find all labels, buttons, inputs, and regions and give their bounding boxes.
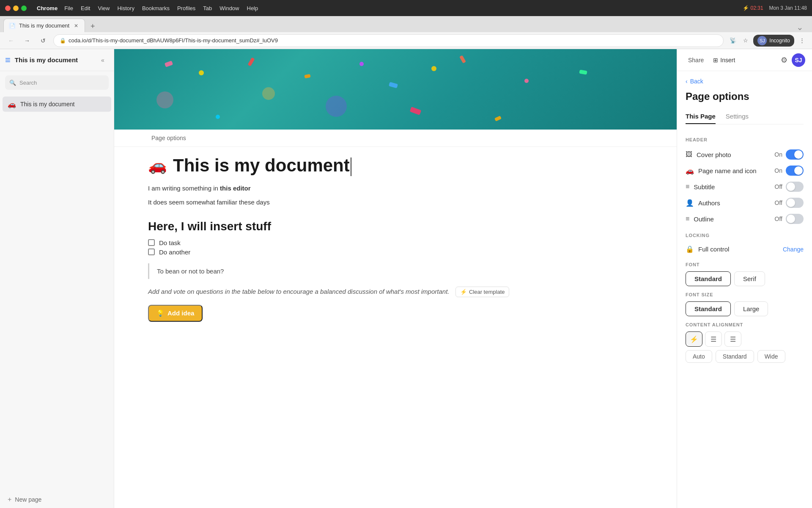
refresh-button[interactable]: ↺ — [37, 35, 49, 47]
font-btn-group: Standard Serif — [686, 271, 804, 286]
browser-tab[interactable]: 📄 This is my document ✕ — [3, 19, 85, 32]
address-input[interactable]: 🔒 coda.io/d/This-is-my-document_dBhAUW8p… — [53, 34, 724, 47]
toggle-knob — [794, 166, 803, 175]
menu-help[interactable]: Help — [247, 5, 258, 11]
authors-toggle[interactable] — [786, 198, 804, 208]
panel-body: HEADER 🖼 Cover photo On 🚗 Page — [677, 124, 812, 508]
sidebar-header: ≡ This is my document « — [0, 49, 114, 71]
page-name-row: 🚗 Page name and icon On — [686, 163, 804, 179]
cover-photo-left: 🖼 Cover photo — [686, 151, 731, 158]
doc-title[interactable]: This is my document — [173, 155, 351, 176]
bookmark-star-icon[interactable]: ☆ — [741, 36, 751, 46]
search-box[interactable]: 🔍 Search — [5, 75, 109, 90]
cover-photo-icon: 🖼 — [686, 151, 692, 158]
cast-icon[interactable]: 📡 — [728, 36, 738, 46]
more-icon[interactable]: ⋮ — [797, 36, 807, 46]
locking-section-label: LOCKING — [686, 233, 804, 238]
address-bar: ← → ↺ 🔒 coda.io/d/This-is-my-document_dB… — [0, 32, 812, 49]
insert-icon: ⊞ — [713, 57, 718, 64]
user-avatar[interactable]: SJ — [792, 53, 805, 67]
menu-profiles[interactable]: Profiles — [177, 5, 195, 11]
outline-right: Off — [775, 214, 804, 224]
confetti-piece — [248, 57, 255, 66]
font-serif-button[interactable]: Serif — [734, 271, 765, 286]
authors-icon: 👤 — [686, 199, 694, 207]
tab-favicon: 📄 — [9, 22, 16, 29]
sidebar-item-document[interactable]: 🚗 This is my document — [3, 97, 111, 112]
confetti-piece — [165, 61, 173, 67]
add-idea-button[interactable]: 💡 Add idea — [148, 305, 203, 322]
minimize-button[interactable] — [13, 6, 19, 11]
new-tab-button[interactable]: + — [87, 20, 99, 32]
menu-tab[interactable]: Tab — [203, 5, 212, 11]
authors-value: Off — [775, 199, 782, 206]
plus-icon: + — [8, 496, 11, 503]
insert-button[interactable]: ⊞ Insert — [713, 57, 735, 64]
panel-title: Page options — [686, 91, 804, 102]
menu-bookmarks[interactable]: Bookmarks — [142, 5, 170, 11]
url-text: coda.io/d/This-is-my-document_dBhAUW8p6F… — [69, 37, 278, 44]
doc-emoji: 🚗 — [148, 157, 167, 174]
checkbox-1[interactable] — [148, 239, 155, 246]
subtitle-left: ≡ Subtitle — [686, 183, 715, 190]
outline-toggle[interactable] — [786, 214, 804, 224]
cover-photo — [114, 49, 677, 130]
width-wide-button[interactable]: Wide — [757, 350, 785, 363]
menu-view[interactable]: View — [98, 5, 110, 11]
align-lightning-button[interactable]: ⚡ — [686, 331, 702, 347]
menu-chrome[interactable]: Chrome — [37, 5, 58, 11]
new-page-button[interactable]: + New page — [3, 492, 111, 507]
font-standard-button[interactable]: Standard — [686, 271, 731, 286]
width-auto-button[interactable]: Auto — [686, 350, 712, 363]
share-button[interactable]: Share — [684, 55, 708, 66]
doc-body-line2: It does seem somewhat familiar these day… — [148, 197, 643, 208]
tab-close-button[interactable]: ✕ — [73, 22, 80, 29]
align-center-button[interactable]: ☰ — [705, 331, 722, 347]
clear-template-button[interactable]: ⚡ Clear template — [455, 287, 510, 297]
cover-photo-row: 🖼 Cover photo On — [686, 146, 804, 163]
tab-list-icon[interactable]: ⌄ — [796, 22, 804, 32]
page-options-link[interactable]: Page options — [148, 133, 189, 143]
incognito-avatar: SJ — [757, 36, 767, 45]
page-item-label: This is my document — [20, 101, 74, 108]
font-size-standard-button[interactable]: Standard — [686, 301, 731, 316]
menu-history[interactable]: History — [117, 5, 134, 11]
back-button[interactable]: ‹ Back — [686, 78, 804, 85]
confetti-piece — [579, 70, 587, 75]
tab-this-page[interactable]: This Page — [686, 109, 716, 124]
search-icon: 🔍 — [9, 80, 16, 86]
right-panel: Share ⊞ Insert ⚙ SJ ‹ Back Page options … — [677, 49, 812, 508]
fullscreen-button[interactable] — [21, 6, 27, 11]
tab-settings[interactable]: Settings — [726, 109, 749, 124]
close-button[interactable] — [5, 6, 11, 11]
subtitle-icon: ≡ — [686, 183, 689, 190]
cover-photo-value: On — [774, 151, 782, 158]
subtitle-toggle[interactable] — [786, 182, 804, 192]
confetti-piece — [459, 55, 466, 64]
menu-window[interactable]: Window — [219, 5, 239, 11]
width-standard-button[interactable]: Standard — [716, 350, 754, 363]
sidebar-collapse-button[interactable]: « — [97, 54, 109, 66]
page-name-toggle[interactable] — [786, 166, 804, 176]
incognito-button[interactable]: SJ Incognito — [753, 35, 794, 47]
idea-icon: 💡 — [156, 309, 165, 317]
checkbox-2[interactable] — [148, 248, 155, 255]
cover-photo-toggle[interactable] — [786, 149, 804, 160]
confetti-piece — [524, 79, 529, 83]
todo-item-2[interactable]: Do another — [148, 248, 643, 256]
align-wide-button[interactable]: ☰ — [724, 331, 741, 347]
back-button[interactable]: ← — [5, 35, 17, 47]
settings-icon[interactable]: ⚙ — [781, 55, 787, 65]
confetti-piece — [431, 66, 436, 71]
font-size-large-button[interactable]: Large — [734, 301, 768, 316]
confetti-piece — [410, 107, 422, 115]
todo-item-1[interactable]: Do task — [148, 239, 643, 246]
panel-header: ‹ Back Page options This Page Settings — [677, 71, 812, 124]
forward-button[interactable]: → — [21, 35, 33, 47]
change-link[interactable]: Change — [783, 246, 804, 253]
menu-edit[interactable]: Edit — [81, 5, 90, 11]
authors-right: Off — [775, 198, 804, 208]
page-name-icon: 🚗 — [686, 167, 694, 175]
sidebar-title: This is my document — [15, 56, 93, 64]
menu-file[interactable]: File — [64, 5, 73, 11]
